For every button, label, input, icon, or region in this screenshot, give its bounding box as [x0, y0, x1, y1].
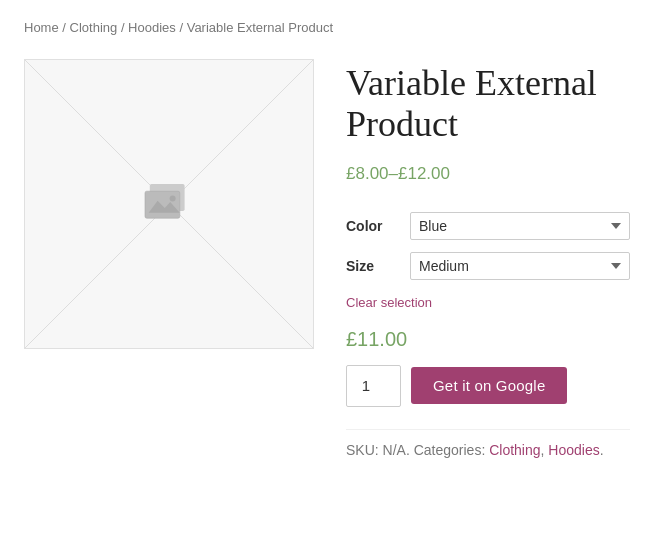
get-it-on-google-button[interactable]: Get it on Google: [411, 367, 567, 404]
size-select[interactable]: Small Medium Large: [410, 252, 630, 280]
sku-value: N/A.: [383, 442, 414, 458]
product-meta: SKU: N/A. Categories: Clothing, Hoodies.: [346, 429, 630, 458]
product-price-range: £8.00–£12.00: [346, 164, 630, 184]
product-single-price: £11.00: [346, 328, 630, 351]
svg-rect-3: [145, 191, 180, 218]
category-hoodies[interactable]: Hoodies: [548, 442, 599, 458]
product-image: [24, 59, 314, 349]
variations-table: Color Blue Red Green Size Small: [346, 206, 630, 286]
quantity-input[interactable]: [346, 365, 401, 407]
clear-selection-link[interactable]: Clear selection: [346, 295, 432, 310]
sku-label: SKU:: [346, 442, 379, 458]
product-layout: Variable External Product £8.00–£12.00 C…: [24, 59, 630, 458]
product-title: Variable External Product: [346, 63, 630, 146]
categories-label: Categories:: [414, 442, 486, 458]
color-select[interactable]: Blue Red Green: [410, 212, 630, 240]
color-value: Blue Red Green: [410, 206, 630, 246]
variation-color-row: Color Blue Red Green: [346, 206, 630, 246]
breadcrumb: Home / Clothing / Hoodies / Variable Ext…: [24, 20, 630, 35]
category-clothing[interactable]: Clothing: [489, 442, 540, 458]
color-label: Color: [346, 206, 410, 246]
breadcrumb-clothing[interactable]: Clothing: [70, 20, 118, 35]
size-label: Size: [346, 246, 410, 286]
breadcrumb-home[interactable]: Home: [24, 20, 59, 35]
size-value: Small Medium Large: [410, 246, 630, 286]
variation-size-row: Size Small Medium Large: [346, 246, 630, 286]
product-info: Variable External Product £8.00–£12.00 C…: [346, 59, 630, 458]
image-placeholder-icon: [139, 172, 199, 236]
add-to-cart-row: Get it on Google: [346, 365, 630, 407]
breadcrumb-hoodies[interactable]: Hoodies: [128, 20, 176, 35]
svg-point-4: [170, 195, 176, 201]
breadcrumb-current: Variable External Product: [187, 20, 333, 35]
